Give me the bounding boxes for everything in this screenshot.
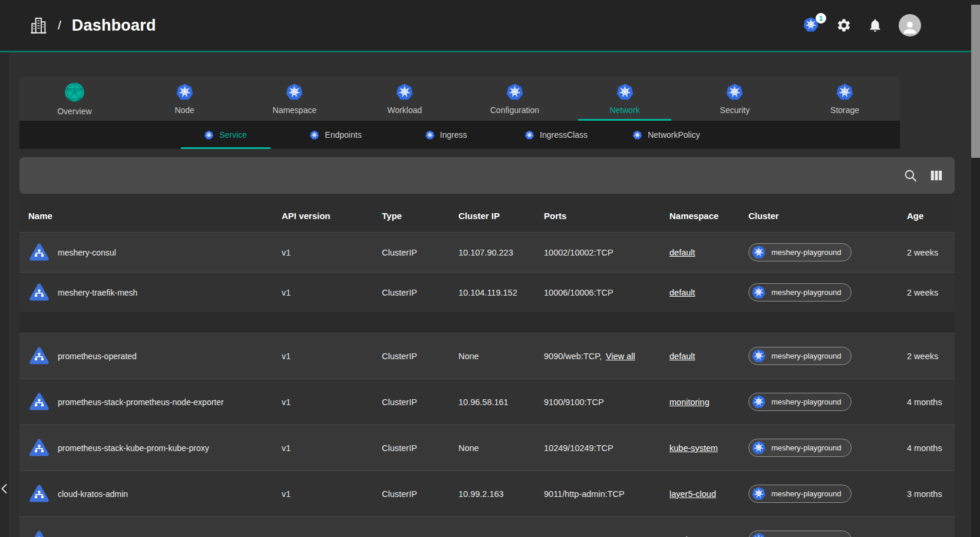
tab-configuration[interactable]: Configuration [460, 77, 570, 121]
ports-cell: 10002/10002:TCP [544, 248, 669, 257]
tab-label: Service [219, 130, 247, 140]
namespace-link[interactable]: meshery [669, 535, 702, 537]
namespace-link[interactable]: layer5-cloud [669, 489, 716, 499]
table-row[interactable]: prometheus-operated v1 ClusterIP None 90… [19, 333, 955, 379]
ports-value: 9100/9100:TCP [544, 397, 604, 407]
service-icon [28, 283, 50, 303]
ports-value: 10002/10002:TCP [544, 248, 613, 257]
tab-label: Workload [387, 105, 422, 115]
column-header-api-version[interactable]: API version [282, 211, 382, 221]
tab-security[interactable]: Security [680, 77, 790, 121]
subtab-networkpolicy[interactable]: NetworkPolicy [611, 121, 721, 149]
namespace-link[interactable]: monitoring [669, 397, 710, 407]
table-row[interactable]: prometheus-stack-prometheus-node-exporte… [19, 379, 955, 425]
scrollbar-thumb[interactable] [971, 5, 980, 158]
kubernetes-icon [285, 83, 303, 101]
type-cell: ClusterIP [382, 397, 458, 407]
organization-icon[interactable] [28, 15, 48, 35]
ports-cell: 9011/http-admin:TCP [544, 489, 669, 499]
column-header-cluster-ip[interactable]: Cluster IP [458, 211, 544, 221]
tab-namespace[interactable]: Namespace [240, 77, 350, 121]
ports-cell: 9100/9100:TCP [544, 397, 669, 407]
subtab-endpoints[interactable]: Endpoints [281, 121, 391, 149]
breadcrumb-separator: / [58, 18, 61, 32]
cluster-chip[interactable]: meshery-playground [748, 531, 852, 537]
name-cell: meshery-traefik-mesh [28, 283, 282, 303]
kubernetes-icon [309, 130, 319, 140]
column-header-name[interactable]: Name [28, 211, 282, 221]
app-header: / Dashboard 1 [0, 0, 980, 51]
namespace-cell: default [669, 352, 748, 361]
meshery-icon [64, 82, 85, 102]
main-tabs: Overview Node Namespace Workload Configu… [19, 77, 900, 121]
namespace-link[interactable]: default [669, 352, 695, 361]
chevron-left-icon [0, 482, 12, 496]
column-header-namespace[interactable]: Namespace [669, 211, 748, 221]
service-icon [28, 392, 50, 412]
gear-icon [836, 18, 852, 33]
view-columns-icon [929, 168, 944, 183]
column-header-age[interactable]: Age [907, 211, 955, 221]
tab-workload[interactable]: Workload [349, 77, 460, 121]
page-scrollbar [971, 0, 980, 537]
ports-cell: 10249/10249:TCP [544, 443, 669, 453]
kubernetes-icon [836, 83, 854, 101]
notifications-button[interactable] [867, 18, 883, 33]
tab-node[interactable]: Node [130, 77, 240, 121]
cluster-chip[interactable]: meshery-playground [748, 393, 852, 411]
age-cell: 3 months [907, 489, 955, 499]
tab-storage[interactable]: Storage [790, 77, 900, 121]
search-button[interactable] [903, 168, 918, 185]
service-icon [28, 530, 50, 537]
cluster-name: meshery-playground [771, 397, 842, 406]
row-group-gap [19, 312, 955, 333]
table-row[interactable]: meshery meshery-playground [19, 516, 955, 537]
namespace-link[interactable]: kube-system [669, 443, 718, 453]
user-avatar[interactable] [899, 14, 921, 37]
cluster-chip[interactable]: meshery-playground [748, 439, 852, 457]
api-version-cell: v1 [282, 352, 382, 361]
table-row[interactable]: meshery-traefik-mesh v1 ClusterIP 10.104… [19, 272, 955, 312]
tab-label: Endpoints [325, 130, 361, 140]
api-version-cell: v1 [282, 489, 382, 499]
ports-value: 9090/web:TCP, [544, 352, 602, 361]
subtab-service[interactable]: Service [170, 121, 281, 149]
name-cell [28, 530, 282, 537]
column-header-cluster[interactable]: Cluster [748, 211, 907, 221]
kubernetes-icon [725, 83, 744, 101]
kubernetes-icon [395, 83, 414, 101]
table-row[interactable]: cloud-kratos-admin v1 ClusterIP 10.99.2.… [19, 470, 955, 516]
kubernetes-icon [751, 532, 766, 537]
tab-overview[interactable]: Overview [19, 77, 130, 121]
table-row[interactable]: prometheus-stack-kube-prom-kube-proxy v1… [19, 425, 955, 470]
cluster-cell: meshery-playground [748, 283, 907, 301]
namespace-link[interactable]: default [669, 288, 695, 297]
cluster-ip-cell: None [458, 352, 544, 361]
column-header-ports[interactable]: Ports [544, 211, 669, 221]
kubernetes-icon [506, 83, 524, 101]
drawer-collapse-button[interactable] [0, 482, 12, 498]
column-header-type[interactable]: Type [382, 211, 458, 221]
settings-button[interactable] [836, 18, 852, 33]
cluster-chip[interactable]: meshery-playground [748, 283, 852, 301]
namespace-cell: kube-system [669, 443, 748, 453]
services-table: Name API version Type Cluster IP Ports N… [19, 200, 955, 537]
cluster-chip[interactable]: meshery-playground [748, 485, 852, 503]
tab-label: Ingress [440, 130, 467, 140]
view-columns-button[interactable] [929, 168, 944, 185]
tab-label: Namespace [273, 105, 317, 115]
dashboard-content: Overview Node Namespace Workload Configu… [19, 52, 955, 537]
name-cell: prometheus-stack-prometheus-node-exporte… [28, 392, 282, 412]
cluster-chip[interactable]: meshery-playground [748, 243, 852, 261]
cluster-chip[interactable]: meshery-playground [748, 347, 852, 365]
subtab-ingressclass[interactable]: IngressClass [501, 121, 611, 149]
tab-network[interactable]: Network [570, 77, 680, 121]
view-all-link[interactable]: View all [606, 352, 635, 361]
api-version-cell: v1 [282, 288, 382, 297]
namespace-link[interactable]: default [669, 248, 695, 257]
ports-value: 10006/10006:TCP [544, 288, 613, 297]
table-row[interactable]: meshery-consul v1 ClusterIP 10.107.90.22… [19, 232, 955, 272]
k8s-context-switcher[interactable]: 1 [803, 16, 820, 34]
kubernetes-icon [751, 285, 766, 300]
subtab-ingress[interactable]: Ingress [391, 121, 501, 149]
